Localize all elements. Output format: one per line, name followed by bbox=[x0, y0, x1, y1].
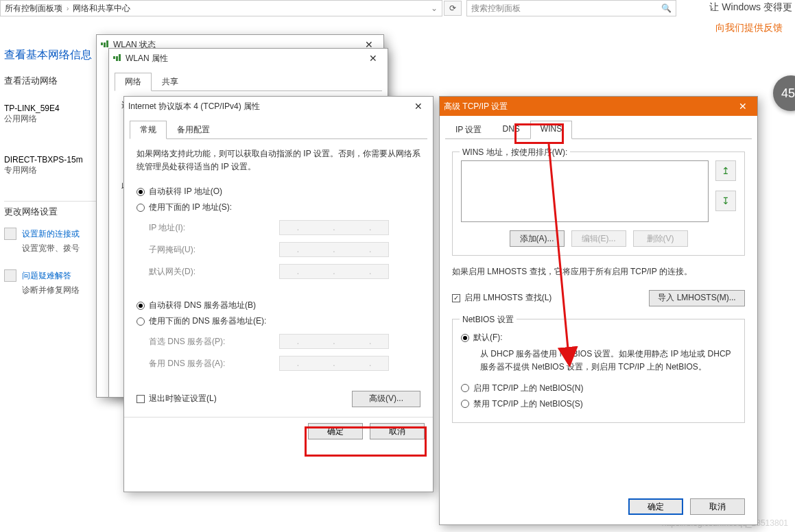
radio-auto-ip[interactable]: 自动获得 IP 地址(O) bbox=[137, 186, 420, 197]
label-ip-address: IP 地址(I): bbox=[149, 222, 279, 234]
adv-title: 高级 TCP/IP 设置 bbox=[444, 101, 508, 112]
checkbox-enable-lmhosts[interactable]: 启用 LMHOSTS 查找(L) bbox=[452, 292, 551, 304]
network-2-name: DIRECT-TBXPS-15m bbox=[4, 155, 107, 165]
add-button[interactable]: 添加(A)... bbox=[510, 230, 565, 247]
link-troubleshoot[interactable]: 问题疑难解答 bbox=[22, 270, 71, 282]
tab-share[interactable]: 共享 bbox=[152, 73, 189, 91]
label-dns1: 首选 DNS 服务器(P): bbox=[149, 336, 279, 348]
tab-ip-settings[interactable]: IP 设置 bbox=[445, 121, 492, 139]
link-new-connection[interactable]: 设置新的连接或 bbox=[22, 228, 80, 240]
chevron-down-icon[interactable]: ⌄ bbox=[427, 3, 442, 13]
breadcrumb-part1[interactable]: 所有控制面板项 bbox=[5, 3, 62, 14]
network-1-type: 公用网络 bbox=[4, 113, 107, 125]
refresh-button[interactable]: ⟳ bbox=[444, 1, 462, 16]
close-icon[interactable]: ✕ bbox=[363, 51, 383, 65]
ipv4-titlebar[interactable]: Internet 协议版本 4 (TCP/IPv4) 属性 ✕ bbox=[124, 97, 433, 116]
group-netbios: NetBIOS 设置 bbox=[460, 314, 517, 326]
link-troubleshoot-sub: 诊断并修复网络 bbox=[22, 285, 107, 296]
troubleshoot-icon bbox=[4, 269, 16, 282]
ok-button[interactable]: 确定 bbox=[628, 498, 683, 515]
group-wins-addresses: WINS 地址，按使用排序(W): bbox=[460, 147, 570, 158]
wlan-props-title: WLAN 属性 bbox=[126, 53, 168, 64]
edit-button: 编辑(E)... bbox=[571, 230, 626, 247]
section-change-settings: 更改网络设置 bbox=[4, 201, 107, 218]
section-title-basic-network: 查看基本网络信息 bbox=[4, 48, 107, 62]
windows-better-label: 让 Windows 变得更 bbox=[709, 1, 792, 14]
feedback-link[interactable]: 向我们提供反馈 bbox=[715, 22, 783, 34]
tab-network[interactable]: 网络 bbox=[115, 73, 152, 91]
breadcrumb-part2[interactable]: 网络和共享中心 bbox=[73, 3, 130, 14]
tab-wins[interactable]: WINS bbox=[530, 121, 572, 139]
cancel-button[interactable]: 取消 bbox=[690, 498, 745, 515]
close-icon[interactable]: ✕ bbox=[408, 99, 429, 113]
tab-dns[interactable]: DNS bbox=[492, 121, 530, 139]
ipv4-title: Internet 协议版本 4 (TCP/IPv4) 属性 bbox=[128, 101, 260, 112]
search-input[interactable]: 搜索控制面板 bbox=[471, 3, 521, 14]
radio-netbios-enable[interactable]: 启用 TCP/IP 上的 NetBIOS(N) bbox=[461, 383, 736, 394]
tab-alt-config[interactable]: 备用配置 bbox=[167, 121, 220, 139]
network-1-name: TP-LINK_59E4 bbox=[4, 104, 107, 113]
input-dns1: ... bbox=[279, 334, 389, 349]
badge-45: 45 bbox=[773, 75, 795, 111]
radio-netbios-disable[interactable]: 禁用 TCP/IP 上的 NetBIOS(S) bbox=[461, 398, 736, 410]
input-ip-address: ... bbox=[279, 220, 389, 235]
signal-icon bbox=[113, 53, 121, 63]
lmhosts-note: 如果启用 LMHOSTS 查找，它将应用于所有启用 TCP/IP 的连接。 bbox=[452, 265, 745, 278]
radio-netbios-default-desc: 从 DHCP 服务器使用 NetBIOS 设置。如果使用静态 IP 地址或 DH… bbox=[480, 348, 736, 374]
move-down-button[interactable]: ↧ bbox=[715, 191, 736, 211]
adv-titlebar[interactable]: 高级 TCP/IP 设置 ✕ bbox=[440, 97, 757, 116]
search-icon[interactable]: 🔍 bbox=[661, 3, 672, 13]
wlan-props-titlebar[interactable]: WLAN 属性 ✕ bbox=[109, 49, 388, 68]
advanced-button[interactable]: 高级(V)... bbox=[352, 391, 420, 407]
breadcrumb[interactable]: 所有控制面板项 › 网络和共享中心 bbox=[1, 3, 427, 14]
label-dns2: 备用 DNS 服务器(A): bbox=[149, 358, 279, 370]
input-dns2: ... bbox=[279, 356, 389, 371]
checkbox-validate-on-exit[interactable]: 退出时验证设置(L) bbox=[137, 393, 217, 404]
close-icon[interactable]: ✕ bbox=[733, 99, 753, 113]
tab-general[interactable]: 常规 bbox=[130, 121, 167, 139]
radio-manual-dns[interactable]: 使用下面的 DNS 服务器地址(E): bbox=[137, 315, 420, 327]
wins-address-list[interactable] bbox=[461, 160, 709, 222]
ok-button[interactable]: 确定 bbox=[308, 423, 363, 439]
label-default-gateway: 默认网关(D): bbox=[149, 266, 279, 278]
cancel-button[interactable]: 取消 bbox=[370, 423, 425, 439]
new-connection-icon bbox=[4, 228, 16, 240]
radio-netbios-default[interactable]: 默认(F): bbox=[461, 332, 736, 343]
delete-button: 删除(V) bbox=[633, 230, 688, 247]
label-subnet-mask: 子网掩码(U): bbox=[149, 244, 279, 256]
radio-auto-dns[interactable]: 自动获得 DNS 服务器地址(B) bbox=[137, 300, 420, 311]
radio-manual-ip[interactable]: 使用下面的 IP 地址(S): bbox=[137, 202, 420, 213]
input-subnet-mask: ... bbox=[279, 242, 389, 257]
network-2-type: 专用网络 bbox=[4, 165, 107, 176]
chevron-right-icon: › bbox=[67, 5, 69, 12]
import-lmhosts-button[interactable]: 导入 LMHOSTS(M)... bbox=[649, 290, 745, 306]
ipv4-description: 如果网络支持此功能，则可以获取自动指派的 IP 设置。否则，你需要从网络系统管理… bbox=[137, 147, 420, 173]
link-new-connection-sub: 设置宽带、拨号 bbox=[22, 243, 107, 254]
move-up-button[interactable]: ↥ bbox=[715, 160, 736, 181]
input-default-gateway: ... bbox=[279, 264, 389, 279]
section-active-networks: 查看活动网络 bbox=[4, 75, 107, 87]
